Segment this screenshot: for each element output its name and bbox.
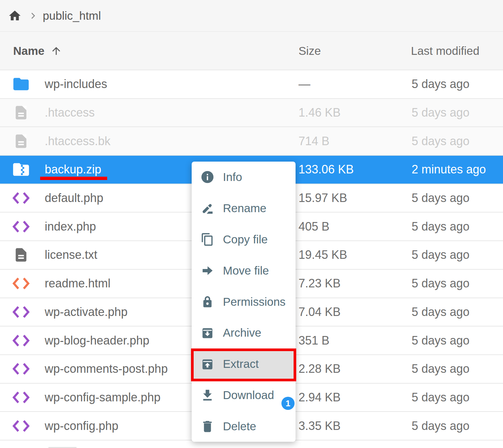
file-size: 351 B: [299, 326, 329, 354]
file-modified: 2 minutes ago: [412, 156, 486, 184]
code-icon: [11, 275, 31, 292]
file-name: wp-blog-header.php: [42, 334, 149, 347]
file-name: license.txt: [42, 248, 97, 262]
copy-icon: [200, 232, 215, 247]
column-header-modified[interactable]: Last modified: [411, 32, 479, 70]
file-name: wp-config.php: [42, 419, 118, 433]
code-icon: [11, 389, 31, 406]
file-name: default.php: [42, 191, 103, 205]
sort-ascending-icon: [50, 45, 62, 57]
file-name: wp-activate.php: [42, 305, 128, 319]
file-size: 2.94 KB: [299, 384, 341, 412]
file-modified: 5 days ago: [412, 213, 469, 240]
zip-folder-icon: [12, 160, 31, 179]
table-row[interactable]: wp-includes — 5 days ago: [0, 70, 503, 98]
move-icon: [200, 263, 215, 278]
table-row[interactable]: .htaccess 1.46 KB 5 days ago: [0, 98, 503, 127]
breadcrumb: public_html: [0, 0, 503, 32]
folder-icon: [12, 75, 30, 93]
code-icon: [11, 332, 31, 349]
menu-item-download[interactable]: Download: [192, 379, 296, 411]
code-icon: [11, 361, 31, 377]
file-size: 19.45 KB: [299, 241, 347, 269]
file-name: index.php: [42, 220, 96, 234]
extract-icon: [200, 357, 215, 371]
file-modified: 5 days ago: [412, 384, 469, 412]
file-modified: 5 days ago: [412, 184, 469, 212]
context-menu: Info Rename Copy file Move file Permissi…: [192, 162, 296, 442]
file-icon: [12, 104, 30, 121]
code-icon: [11, 304, 31, 320]
file-modified: 5 days ago: [412, 298, 469, 326]
column-header-name[interactable]: Name: [13, 32, 62, 70]
file-modified: 5 days ago: [412, 70, 469, 98]
file-size: 405 B: [299, 213, 329, 240]
rename-icon: [200, 201, 215, 215]
file-icon: [12, 246, 30, 263]
file-name: backup.zip: [42, 163, 101, 176]
menu-item-extract[interactable]: Extract: [192, 348, 296, 380]
file-icon: [12, 133, 30, 150]
lock-icon: [200, 295, 215, 309]
file-size: 1.46 KB: [299, 99, 341, 127]
file-size: 7.04 KB: [299, 298, 341, 326]
home-icon[interactable]: [8, 9, 22, 23]
file-name: .htaccess.bk: [42, 134, 110, 148]
file-name: readme.html: [42, 277, 110, 290]
file-name: wp-config-sample.php: [42, 391, 160, 404]
file-modified: 5 days ago: [412, 326, 469, 354]
menu-item-delete[interactable]: Delete: [192, 411, 296, 442]
file-size: 133.06 KB: [299, 156, 354, 184]
file-name: wp-includes: [42, 77, 107, 91]
annotation-red-underline: [40, 177, 107, 180]
chevron-right-icon: [28, 11, 37, 20]
download-count-badge: 1: [281, 397, 295, 410]
file-modified: 5 days ago: [412, 127, 469, 155]
menu-item-info[interactable]: Info: [192, 162, 296, 193]
code-icon: [11, 190, 31, 206]
file-modified: 5 days ago: [412, 241, 469, 269]
archive-icon: [200, 325, 215, 340]
info-icon: [200, 170, 215, 184]
breadcrumb-current-folder[interactable]: public_html: [43, 9, 101, 22]
download-icon: [200, 388, 215, 402]
file-modified: 5 days ago: [412, 355, 469, 383]
file-size: 7.23 KB: [299, 270, 341, 298]
table-header: Name Size Last modified: [0, 32, 503, 70]
file-modified: 5 days ago: [412, 412, 469, 440]
code-icon: [11, 218, 31, 235]
file-size: 3.35 KB: [299, 412, 341, 440]
menu-item-move-file[interactable]: Move file: [192, 255, 296, 286]
file-name: .htaccess: [42, 106, 95, 120]
file-name: wp-comments-post.php: [42, 362, 168, 376]
table-row[interactable]: .htaccess.bk 714 B 5 days ago: [0, 126, 503, 155]
file-size: 15.97 KB: [299, 184, 347, 212]
menu-item-rename[interactable]: Rename: [192, 193, 296, 224]
file-manager: public_html Name Size Last modified wp-i…: [0, 0, 503, 448]
trash-icon: [200, 419, 215, 434]
column-header-size[interactable]: Size: [299, 32, 321, 70]
file-size: —: [299, 70, 310, 98]
file-size: 714 B: [299, 127, 329, 155]
file-size: 2.28 KB: [299, 355, 341, 383]
file-modified: 5 days ago: [412, 99, 469, 127]
menu-item-permissions[interactable]: Permissions: [192, 286, 296, 317]
menu-item-archive[interactable]: Archive: [192, 317, 296, 348]
file-modified: 5 days ago: [412, 270, 469, 298]
code-icon: [11, 418, 31, 434]
menu-item-copy-file[interactable]: Copy file: [192, 224, 296, 255]
